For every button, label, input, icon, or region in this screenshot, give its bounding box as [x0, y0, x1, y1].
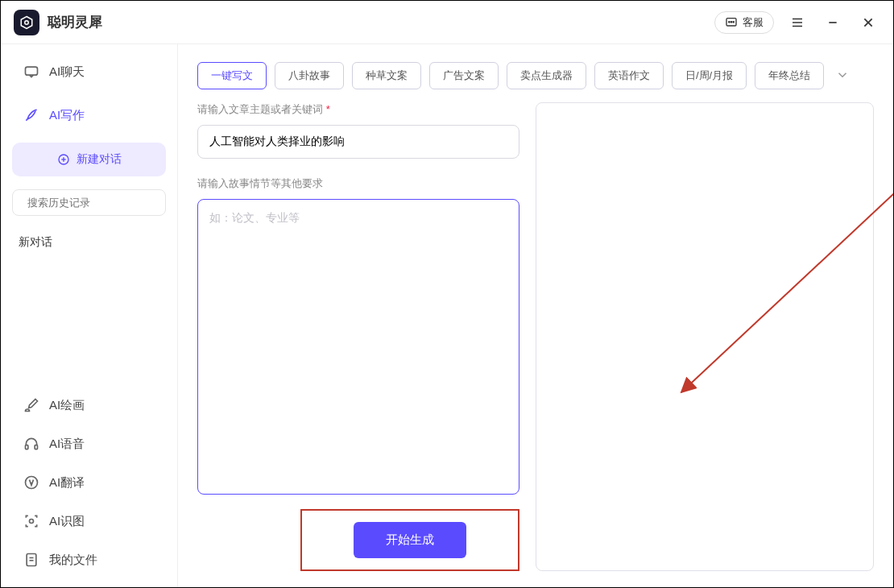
sidebar-chat-label: AI聊天 — [49, 64, 85, 80]
sidebar-item-draw[interactable]: AI绘画 — [7, 386, 171, 424]
chat-bubble-icon — [725, 16, 738, 29]
feather-icon — [23, 107, 39, 123]
history-item[interactable]: 新对话 — [7, 226, 171, 259]
output-panel — [536, 102, 874, 571]
tab-seeding-copy[interactable]: 种草文案 — [352, 62, 421, 89]
tab-english-essay[interactable]: 英语作文 — [594, 62, 664, 89]
sidebar: AI聊天 AI写作 新建对话 新对话 AI绘画 AI语音 — [1, 44, 178, 587]
sidebar-item-voice[interactable]: AI语音 — [7, 424, 171, 463]
sidebar-voice-label: AI语音 — [49, 437, 85, 452]
headphones-icon — [23, 436, 39, 452]
sidebar-write-label: AI写作 — [49, 108, 85, 123]
main-area: 一键写文 八卦故事 种草文案 广告文案 卖点生成器 英语作文 日/周/月报 年终… — [178, 44, 893, 587]
file-icon — [23, 552, 39, 568]
brush-icon — [23, 397, 39, 413]
tab-onekey-write[interactable]: 一键写文 — [197, 62, 267, 89]
extra-textarea[interactable] — [197, 199, 519, 495]
sidebar-translate-label: AI翻译 — [49, 475, 85, 491]
title-bar: 聪明灵犀 客服 — [1, 1, 893, 44]
customer-service-label: 客服 — [743, 15, 764, 30]
svg-point-3 — [729, 21, 730, 22]
sidebar-item-files[interactable]: 我的文件 — [7, 540, 171, 579]
svg-marker-0 — [21, 16, 32, 28]
generate-highlight-box: 开始生成 — [300, 509, 519, 571]
search-input[interactable] — [27, 197, 163, 209]
scan-icon — [23, 513, 39, 529]
svg-rect-18 — [26, 445, 28, 449]
app-title: 聪明灵犀 — [48, 13, 102, 31]
new-chat-label: 新建对话 — [77, 152, 122, 167]
tab-year-summary[interactable]: 年终总结 — [755, 62, 824, 89]
sidebar-ocr-label: AI识图 — [49, 514, 85, 529]
sidebar-item-write[interactable]: AI写作 — [7, 96, 171, 135]
topic-input[interactable] — [197, 125, 519, 159]
extra-label: 请输入故事情节等其他要求 — [197, 176, 519, 191]
sidebar-draw-label: AI绘画 — [49, 398, 85, 413]
svg-point-21 — [30, 520, 34, 524]
translate-icon — [23, 474, 39, 491]
tab-selling-point[interactable]: 卖点生成器 — [507, 62, 586, 89]
svg-point-4 — [731, 21, 731, 22]
generate-button[interactable]: 开始生成 — [354, 522, 466, 558]
chevron-down-icon — [835, 68, 850, 82]
tabs-row: 一键写文 八卦故事 种草文案 广告文案 卖点生成器 英语作文 日/周/月报 年终… — [178, 44, 893, 102]
hamburger-icon — [790, 15, 805, 30]
svg-point-1 — [25, 20, 29, 24]
plus-circle-icon — [57, 153, 70, 166]
sidebar-files-label: 我的文件 — [49, 553, 97, 568]
topic-label: 请输入文章主题或者关键词 * — [197, 102, 519, 117]
chat-icon — [23, 64, 39, 80]
sidebar-item-translate[interactable]: AI翻译 — [7, 463, 171, 502]
tab-report[interactable]: 日/周/月报 — [672, 62, 747, 89]
svg-rect-12 — [26, 67, 38, 75]
new-chat-button[interactable]: 新建对话 — [12, 143, 166, 176]
menu-button[interactable] — [785, 10, 809, 35]
input-panel: 请输入文章主题或者关键词 * 请输入故事情节等其他要求 开始生成 — [197, 102, 519, 571]
app-logo-icon — [14, 10, 39, 35]
svg-rect-19 — [35, 445, 37, 449]
close-button[interactable] — [856, 10, 880, 35]
sidebar-item-chat[interactable]: AI聊天 — [7, 52, 171, 91]
search-box[interactable] — [12, 189, 166, 216]
minimize-button[interactable] — [821, 10, 845, 35]
svg-point-5 — [733, 21, 734, 22]
customer-service-button[interactable]: 客服 — [714, 11, 774, 34]
close-icon — [862, 16, 875, 29]
tab-gossip-story[interactable]: 八卦故事 — [275, 62, 344, 89]
sidebar-item-ocr[interactable]: AI识图 — [7, 502, 171, 540]
minimize-icon — [826, 16, 839, 29]
tab-ad-copy[interactable]: 广告文案 — [429, 62, 499, 89]
tabs-expand-button[interactable] — [835, 68, 850, 85]
